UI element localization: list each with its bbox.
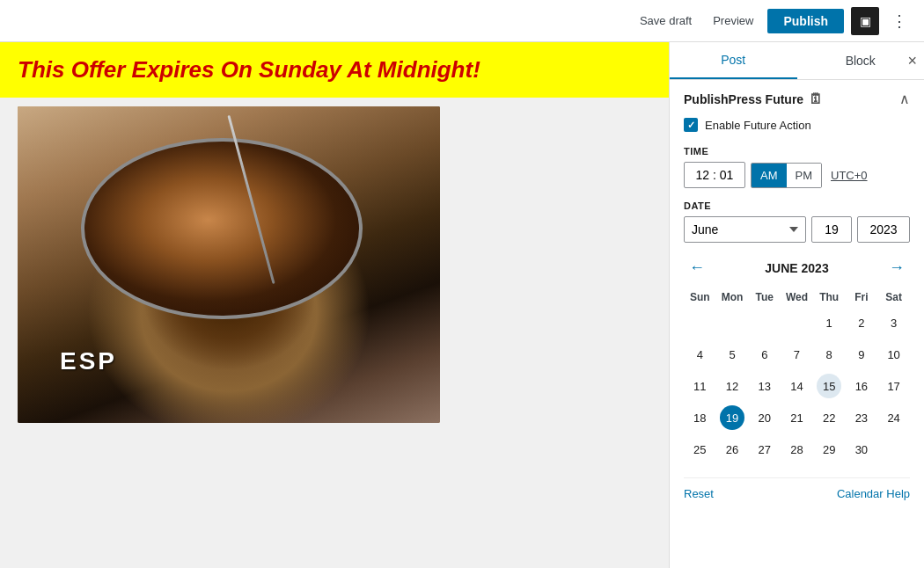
utc-label[interactable]: UTC+0 — [831, 169, 868, 182]
day-25[interactable]: 25 — [687, 437, 712, 462]
calendar-day[interactable]: 14 — [781, 370, 813, 402]
calendar-day[interactable]: 29 — [813, 433, 846, 465]
calendar-day[interactable]: 2 — [846, 307, 878, 339]
day-11[interactable]: 11 — [687, 374, 712, 398]
time-input[interactable] — [684, 162, 745, 188]
calendar-week-row: 252627282930 — [684, 433, 910, 465]
enable-future-action-checkbox[interactable] — [684, 118, 698, 132]
calendar-day[interactable]: 23 — [846, 402, 878, 433]
more-options-button[interactable]: ⋮ — [886, 8, 913, 34]
calendar-day[interactable]: 27 — [748, 433, 781, 465]
calendar-week-row: 123 — [684, 307, 910, 339]
day-21[interactable]: 21 — [784, 405, 809, 430]
close-sidebar-button[interactable]: × — [907, 52, 917, 70]
calendar-day[interactable]: 28 — [781, 433, 813, 465]
ampm-group: AM PM — [751, 163, 822, 188]
day-29[interactable]: 29 — [817, 437, 841, 462]
calendar-day[interactable]: 4 — [684, 339, 716, 370]
month-select[interactable]: June January February March April May Ju… — [684, 216, 806, 243]
calendar-day[interactable]: 18 — [684, 402, 716, 433]
year-input[interactable] — [857, 216, 910, 243]
calendar-day — [748, 307, 781, 339]
day-13[interactable]: 13 — [752, 374, 777, 398]
calendar-day[interactable]: 22 — [813, 402, 846, 433]
calendar-day[interactable]: 24 — [877, 402, 910, 433]
day-6[interactable]: 6 — [752, 342, 777, 367]
day-30[interactable]: 30 — [849, 437, 874, 462]
day-1[interactable]: 1 — [817, 310, 841, 335]
pp-section: PublishPress Future 🗓 ∧ Enable Future Ac… — [670, 80, 924, 511]
calendar-day[interactable]: 15 — [813, 370, 846, 402]
calendar-day[interactable]: 26 — [716, 433, 749, 465]
next-month-button[interactable]: → — [884, 257, 910, 279]
day-10[interactable]: 10 — [882, 342, 906, 367]
calendar-day[interactable]: 9 — [846, 339, 878, 370]
day-27[interactable]: 27 — [752, 437, 777, 462]
day-12[interactable]: 12 — [720, 374, 744, 398]
calendar-help-button[interactable]: Calendar Help — [837, 487, 910, 500]
calendar-day[interactable]: 7 — [781, 339, 813, 370]
tab-post[interactable]: Post — [670, 42, 797, 79]
day-15[interactable]: 15 — [817, 374, 841, 398]
col-tue: Tue — [748, 288, 781, 307]
block-icon-button[interactable]: ▣ — [851, 7, 879, 35]
tab-block[interactable]: Block — [797, 42, 925, 79]
calendar-day[interactable]: 5 — [716, 339, 749, 370]
calendar-day[interactable]: 6 — [748, 339, 781, 370]
pp-title: PublishPress Future 🗓 — [684, 91, 823, 107]
day-28[interactable]: 28 — [784, 437, 809, 462]
date-label: DATE — [684, 200, 910, 211]
day-4[interactable]: 4 — [687, 342, 712, 367]
calendar-day — [877, 433, 910, 465]
calendar-day[interactable]: 25 — [684, 433, 716, 465]
prev-month-button[interactable]: ← — [684, 257, 710, 279]
pp-title-text: PublishPress Future — [684, 92, 803, 106]
day-16[interactable]: 16 — [849, 374, 874, 398]
reset-button[interactable]: Reset — [684, 487, 714, 500]
day-9[interactable]: 9 — [849, 342, 874, 367]
day-14[interactable]: 14 — [784, 374, 809, 398]
day-17[interactable]: 17 — [882, 374, 906, 398]
calendar-header-row: Sun Mon Tue Wed Thu Fri Sat — [684, 288, 910, 307]
save-draft-button[interactable]: Save draft — [633, 11, 699, 31]
day-3[interactable]: 3 — [882, 310, 906, 335]
calendar-day[interactable]: 8 — [813, 339, 846, 370]
offer-text: This Offer Expires On Sunday At Midnight… — [18, 56, 651, 84]
day-18[interactable]: 18 — [687, 405, 712, 430]
day-23[interactable]: 23 — [849, 405, 874, 430]
cup-text: ESP — [60, 347, 117, 375]
day-8[interactable]: 8 — [817, 342, 841, 367]
day-input[interactable] — [811, 216, 852, 243]
calendar-day[interactable]: 12 — [716, 370, 749, 402]
calendar-icon: 🗓 — [809, 91, 823, 107]
day-24[interactable]: 24 — [882, 405, 906, 430]
col-sat: Sat — [877, 288, 910, 307]
calendar-day[interactable]: 17 — [877, 370, 910, 402]
day-2[interactable]: 2 — [849, 310, 874, 335]
preview-button[interactable]: Preview — [706, 11, 760, 31]
calendar-day[interactable]: 13 — [748, 370, 781, 402]
pm-button[interactable]: PM — [787, 164, 822, 187]
enable-future-action-label: Enable Future Action — [705, 119, 811, 132]
content-area: This Offer Expires On Sunday At Midnight… — [0, 42, 669, 568]
calendar-day[interactable]: 3 — [877, 307, 910, 339]
calendar-day[interactable]: 1 — [813, 307, 846, 339]
calendar-day[interactable]: 21 — [781, 402, 813, 433]
calendar-day[interactable]: 16 — [846, 370, 878, 402]
calendar-day[interactable]: 10 — [877, 339, 910, 370]
day-20[interactable]: 20 — [752, 405, 777, 430]
calendar-day[interactable]: 20 — [748, 402, 781, 433]
am-button[interactable]: AM — [752, 164, 787, 187]
day-22[interactable]: 22 — [817, 405, 841, 430]
col-thu: Thu — [813, 288, 846, 307]
publish-button[interactable]: Publish — [767, 9, 844, 33]
day-7[interactable]: 7 — [784, 342, 809, 367]
coffee-image-inner: ESP — [18, 106, 440, 423]
calendar-day[interactable]: 11 — [684, 370, 716, 402]
day-26[interactable]: 26 — [720, 437, 744, 462]
calendar-day[interactable]: 30 — [846, 433, 878, 465]
day-5[interactable]: 5 — [720, 342, 744, 367]
calendar-day[interactable]: 19 — [716, 402, 749, 433]
day-19[interactable]: 19 — [720, 405, 744, 430]
pp-collapse-button[interactable]: ∧ — [899, 91, 910, 107]
